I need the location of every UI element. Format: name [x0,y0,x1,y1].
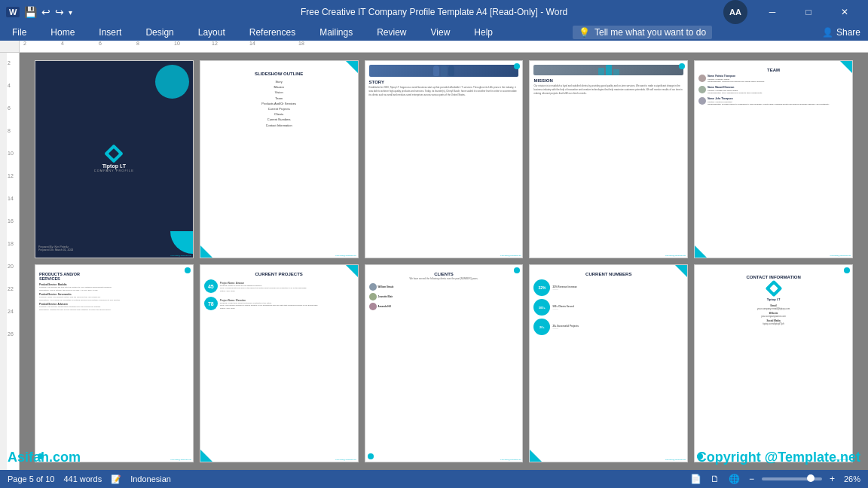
client-row-1: William Straub [369,283,519,291]
page9-title: CURRENT NUMBERS [585,272,631,276]
page-9-thumbnail[interactable]: CURRENT NUMBERS 32% 32% Revenue Increase… [529,264,688,462]
language[interactable]: Indonesian [130,474,171,483]
page6-title: PRODUCTS AND/ORSERVICES [39,272,189,281]
status-bar-right: 📄 🗋 🌐 − + 26% [689,472,860,486]
page-2-thumbnail[interactable]: SLIDESHOW OUTLINE Story Mission Vision T… [200,60,359,258]
client1-avatar [369,283,377,291]
tab-insert[interactable]: Insert [94,26,126,39]
document-title: Free Creative IT Company Profile Templat… [301,7,567,17]
team-member-3: Name: John Thompson Position: Creative C… [698,97,848,106]
share-button[interactable]: 👤 Share [822,27,860,38]
ruler-area: 2 4 6 8 10 12 14 18 [0,41,868,53]
tab-references[interactable]: References [245,26,300,39]
product3-desc: Description: Maintain to back up the ser… [39,309,189,312]
page-8-thumbnail[interactable]: CLIENTS We have served the following cli… [365,264,524,462]
page-10-thumbnail[interactable]: CONTACT INFORMATION Tiptop I.T Email you… [694,264,853,462]
tab-file[interactable]: File [8,26,31,39]
client3-name: Amanda Hill [378,305,391,308]
contact-email: your.company.email@tiptop.com [757,307,790,310]
page-6-thumbnail[interactable]: PRODUCTS AND/ORSERVICES Product/Service:… [35,264,194,462]
print-layout-icon[interactable]: 🗋 [709,472,721,486]
page2-title: SLIDESHOW OUTLINE [255,72,303,76]
tab-review[interactable]: Review [372,26,411,39]
share-icon: 👤 [822,27,833,38]
page-4-thumbnail[interactable]: MISSION Our mission is to establish a lo… [529,60,688,258]
teal-accent-bl-8 [368,453,374,459]
teal-corner-bl [200,246,212,258]
number-row-2: 500+ 500+ Clients Served ——— [533,299,683,316]
tab-design[interactable]: Design [141,26,178,39]
stat1-label: 32% Revenue Increase ——— [552,285,576,291]
tab-mailings[interactable]: Mailings [315,26,357,39]
redo-icon[interactable]: ↪ [55,6,64,18]
vertical-ruler: 2 4 6 8 10 12 14 16 18 20 22 24 26 [7,53,19,470]
undo-icon[interactable]: ↩ [41,6,50,18]
page10-title: CONTACT INFORMATION [746,275,800,279]
page1-watermark: Copyright@Template.net [170,255,191,257]
page2-item-9: Contact Information [266,123,292,128]
contact-social: tiptop.com/tiptopITph [763,322,784,325]
title-bar-right: AA ─ □ ✕ [723,0,862,24]
zoom-thumb[interactable] [807,474,815,482]
page8-subtitle: We have served the following clients ove… [369,277,519,280]
client2-name: Jeanette Blair [378,295,393,298]
client-row-3: Amanda Hill [369,303,519,310]
web-layout-icon[interactable]: 🌐 [727,472,741,486]
page-1-thumbnail[interactable]: Tiptop I.T COMPANY PROFILE Prepared By: … [35,60,194,258]
spelling-icon[interactable]: 📝 [111,474,121,484]
pages-container: Tiptop I.T COMPANY PROFILE Prepared By: … [35,60,853,462]
member2-responsibilities: Responsibilities: Stays manages and supp… [708,92,763,95]
user-avatar[interactable]: AA [723,0,747,24]
horizontal-ruler: 2 4 6 8 10 12 14 18 [20,41,868,53]
page9-watermark: Copyright@Template.net [665,459,686,461]
page5-title: TEAM [698,68,848,72]
page1-company-name: Tiptop I.T [102,163,126,169]
product-2: Product/Service: Serverworks Purpose: He… [39,293,189,301]
search-bar[interactable]: 💡 Tell me what you want to do [573,26,712,39]
minimize-button[interactable]: ─ [755,0,790,24]
page2-item-4: Team [275,96,283,101]
teal-corner-bl-9 [530,450,542,462]
title-bar: W 💾 ↩ ↪ ▾ Free Creative IT Company Profi… [0,0,868,24]
save-icon[interactable]: 💾 [24,6,37,18]
zoom-slider[interactable] [762,477,822,480]
team-member-2: Name: Maxwell Donovan Position: Manager … [698,86,848,95]
teal-corner-tr-9 [675,265,687,277]
project-row-1: 45 Project Name: Airwave Purpose: Works … [204,279,354,294]
zoom-in-button[interactable]: + [828,472,836,486]
team-member-1: Name: Patricia Thompson Position: Compan… [698,75,848,84]
page4-text: Our mission is to establish a loyal and … [533,84,683,95]
maximize-button[interactable]: □ [791,0,826,24]
page1-prepared-on: Prepared On: March 01, 2023 [38,249,73,252]
teal-accent-tr-6 [185,267,191,273]
page8-watermark: Copyright@Template.net [500,459,521,461]
project1-text: Project Name: Airwave Purpose: Works to … [220,282,307,293]
page-7-thumbnail[interactable]: CURRENT PROJECTS 45 Project Name: Airwav… [200,264,359,462]
product1-desc: Description: This is actually the servic… [39,289,189,292]
close-button[interactable]: ✕ [827,0,862,24]
zoom-level: 26% [844,474,860,483]
tab-home[interactable]: Home [46,26,79,39]
contact-website: your.companyname.com [761,315,786,318]
tab-help[interactable]: Help [469,26,497,39]
page-5-thumbnail[interactable]: TEAM Name: Patricia Thompson Position: C… [694,60,853,258]
project2-number: 78 [204,297,218,310]
page3-title: STORY [369,80,519,84]
read-mode-icon[interactable]: 📄 [689,472,703,486]
member1-avatar [698,75,706,82]
page-3-thumbnail[interactable]: STORY Established in 2003, Tiptop I.T. b… [365,60,524,258]
page2-item-3: Vision [275,90,283,95]
zoom-out-button[interactable]: − [747,472,756,486]
tab-layout[interactable]: Layout [194,26,230,39]
document-area: Tiptop I.T COMPANY PROFILE Prepared By: … [20,53,868,470]
number-row-3: 20+ 20+ Successful Projects ——— [533,319,683,336]
tab-view[interactable]: View [426,26,455,39]
page2-item-5: Products And/Or Services [261,101,296,106]
client-row-2: Jeanette Blair [369,293,519,300]
stat3-value: 20+ [533,319,550,335]
page4-title: MISSION [533,78,683,83]
member3-avatar [698,97,706,105]
member1-responsibilities: Responsibilities: Oversees the business … [708,81,765,84]
status-bar: Page 5 of 10 441 words 📝 Indonesian 📄 🗋 … [0,470,868,488]
dropdown-icon[interactable]: ▾ [69,8,72,17]
